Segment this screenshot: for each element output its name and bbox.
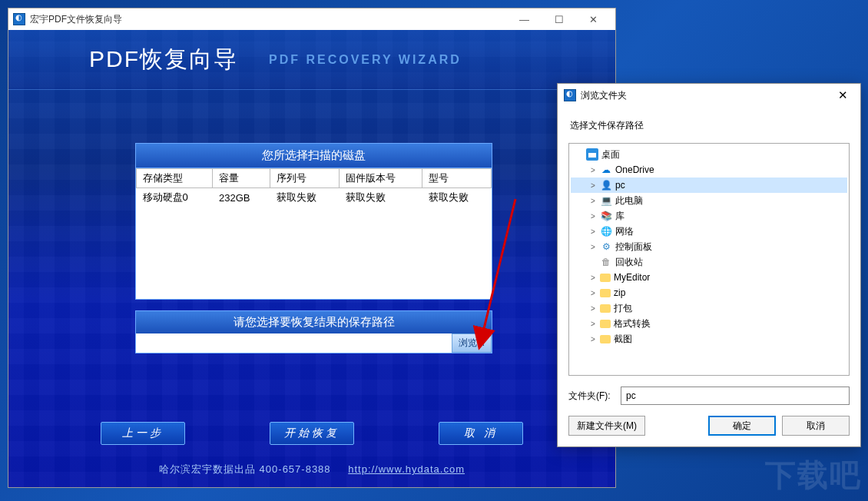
header-bar: PDF恢复向导 PDF RECOVERY WIZARD bbox=[8, 30, 615, 90]
tree-item[interactable]: >截图 bbox=[571, 331, 847, 347]
table-cell: 获取失败 bbox=[270, 188, 340, 207]
tree-item-label: 控制面板 bbox=[615, 241, 652, 254]
new-folder-button[interactable]: 新建文件夹(M) bbox=[568, 416, 645, 436]
table-header[interactable]: 型号 bbox=[422, 169, 491, 188]
tree-item[interactable]: >格式转换 bbox=[571, 316, 847, 331]
expand-icon[interactable]: > bbox=[588, 274, 598, 282]
window-controls: — ☐ ✕ bbox=[507, 8, 611, 30]
folder-icon bbox=[600, 289, 611, 297]
dialog-title: 浏览文件夹 bbox=[581, 89, 627, 102]
folder-icon bbox=[600, 304, 611, 313]
table-header[interactable]: 固件版本号 bbox=[340, 169, 422, 188]
expand-icon[interactable]: > bbox=[588, 335, 598, 343]
folder-label: 文件夹(F): bbox=[568, 390, 621, 403]
table-header[interactable]: 存储类型 bbox=[137, 169, 213, 188]
folder-input[interactable] bbox=[621, 387, 850, 405]
titlebar-text: 宏宇PDF文件恢复向导 bbox=[30, 13, 122, 26]
expand-icon[interactable]: > bbox=[588, 212, 598, 221]
table-header[interactable]: 序列号 bbox=[270, 169, 340, 188]
expand-icon[interactable]: > bbox=[588, 166, 598, 174]
expand-icon[interactable]: > bbox=[588, 197, 598, 205]
table-row[interactable]: 移动硬盘0232GB获取失败获取失败获取失败 bbox=[137, 188, 492, 207]
maximize-button[interactable]: ☐ bbox=[542, 8, 576, 30]
expand-icon[interactable]: > bbox=[588, 181, 598, 190]
user-icon: 👤 bbox=[600, 179, 612, 191]
browse-dialog: 浏览文件夹 ✕ 选择文件保存路径 桌面>☁OneDrive>👤pc>💻此电脑>📚… bbox=[557, 83, 861, 447]
minimize-button[interactable]: — bbox=[507, 8, 542, 30]
tree-item-label: zip bbox=[614, 287, 625, 298]
footer: 哈尔滨宏宇数据出品 400-657-8388 http://www.hydata… bbox=[8, 463, 615, 476]
start-button[interactable]: 开始恢复 bbox=[270, 422, 354, 445]
browse-button[interactable]: 浏览... bbox=[452, 333, 492, 353]
tree-item[interactable]: >打包 bbox=[571, 300, 847, 316]
desktop-icon bbox=[586, 148, 598, 161]
tree-item-label: 库 bbox=[615, 210, 624, 223]
folder-row: 文件夹(F): bbox=[568, 387, 850, 405]
wizard-buttons: 上一步 开始恢复 取 消 bbox=[8, 422, 615, 445]
prev-button[interactable]: 上一步 bbox=[101, 422, 185, 445]
tree-item-label: 截图 bbox=[614, 333, 632, 346]
tree-item[interactable]: 桌面 bbox=[571, 147, 847, 162]
dialog-close-button[interactable]: ✕ bbox=[832, 87, 854, 104]
expand-icon[interactable]: > bbox=[588, 320, 598, 328]
tree-item[interactable]: >zip bbox=[571, 285, 847, 300]
tree-item-label: 桌面 bbox=[601, 148, 620, 161]
expand-icon[interactable]: > bbox=[588, 304, 598, 313]
titlebar: 宏宇PDF文件恢复向导 — ☐ ✕ bbox=[8, 8, 615, 30]
tree-item[interactable]: >🌐网络 bbox=[571, 224, 847, 239]
path-input[interactable] bbox=[136, 333, 452, 353]
footer-text: 哈尔滨宏宇数据出品 400-657-8388 bbox=[159, 463, 331, 475]
tree-item-label: 回收站 bbox=[615, 256, 643, 269]
disk-table-spacer bbox=[136, 207, 492, 299]
tree-item[interactable]: 🗑回收站 bbox=[571, 254, 847, 270]
dialog-titlebar: 浏览文件夹 ✕ bbox=[558, 84, 860, 107]
version-text: 当前版 bbox=[8, 90, 615, 105]
close-button[interactable]: ✕ bbox=[576, 8, 611, 30]
table-cell: 获取失败 bbox=[422, 188, 491, 207]
expand-icon[interactable]: > bbox=[588, 289, 598, 297]
ctrl-icon: ⚙ bbox=[600, 241, 612, 253]
expand-icon[interactable]: > bbox=[588, 227, 598, 236]
main-window: 宏宇PDF文件恢复向导 — ☐ ✕ PDF恢复向导 PDF RECOVERY W… bbox=[8, 8, 616, 488]
tree-item[interactable]: >☁OneDrive bbox=[571, 162, 847, 178]
folder-icon bbox=[600, 335, 611, 343]
path-panel-title: 请您选择要恢复结果的保存路径 bbox=[136, 311, 492, 333]
header-title-en: PDF RECOVERY WIZARD bbox=[269, 53, 462, 67]
folder-icon bbox=[600, 274, 611, 282]
tree-item-label: 格式转换 bbox=[614, 317, 651, 330]
dialog-body: 选择文件保存路径 桌面>☁OneDrive>👤pc>💻此电脑>📚库>🌐网络>⚙控… bbox=[558, 107, 860, 416]
expand-icon[interactable]: > bbox=[588, 243, 598, 251]
path-panel: 请您选择要恢复结果的保存路径 浏览... bbox=[135, 310, 492, 353]
table-cell: 获取失败 bbox=[340, 188, 422, 207]
ok-button[interactable]: 确定 bbox=[708, 416, 776, 436]
table-header[interactable]: 容量 bbox=[213, 169, 270, 188]
tree-item-label: pc bbox=[615, 180, 625, 191]
recycle-icon: 🗑 bbox=[600, 256, 612, 268]
table-cell: 232GB bbox=[213, 188, 270, 207]
tree-item[interactable]: >MyEditor bbox=[571, 270, 847, 285]
tree-item-label: 网络 bbox=[615, 225, 634, 238]
lib-icon: 📚 bbox=[600, 210, 612, 222]
tree-item[interactable]: >💻此电脑 bbox=[571, 193, 847, 208]
main-body: PDF恢复向导 PDF RECOVERY WIZARD 当前版 您所选择扫描的磁… bbox=[8, 30, 615, 487]
dialog-buttons: 新建文件夹(M) 确定 取消 bbox=[558, 416, 860, 446]
watermark: 下载吧 bbox=[765, 454, 862, 496]
dialog-prompt: 选择文件保存路径 bbox=[570, 119, 850, 132]
folder-icon bbox=[600, 320, 611, 328]
dialog-cancel-button[interactable]: 取消 bbox=[782, 416, 850, 436]
footer-link[interactable]: http://www.hydata.com bbox=[348, 463, 465, 475]
tree-item-label: OneDrive bbox=[615, 164, 654, 175]
tree-item-label: 此电脑 bbox=[615, 194, 643, 207]
tree-item[interactable]: >⚙控制面板 bbox=[571, 239, 847, 254]
header-title-cn: PDF恢复向导 bbox=[89, 44, 238, 75]
disk-table: 存储类型容量序列号固件版本号型号 移动硬盘0232GB获取失败获取失败获取失败 bbox=[136, 168, 492, 207]
tree-item-label: 打包 bbox=[614, 302, 632, 315]
disk-panel-title: 您所选择扫描的磁盘 bbox=[136, 144, 492, 168]
pc-icon: 💻 bbox=[600, 194, 612, 207]
cancel-button[interactable]: 取 消 bbox=[439, 422, 523, 445]
folder-tree[interactable]: 桌面>☁OneDrive>👤pc>💻此电脑>📚库>🌐网络>⚙控制面板🗑回收站>M… bbox=[568, 143, 850, 376]
table-cell: 移动硬盘0 bbox=[137, 188, 213, 207]
tree-item[interactable]: >👤pc bbox=[571, 178, 847, 193]
cloud-icon: ☁ bbox=[600, 164, 612, 176]
tree-item[interactable]: >📚库 bbox=[571, 208, 847, 224]
